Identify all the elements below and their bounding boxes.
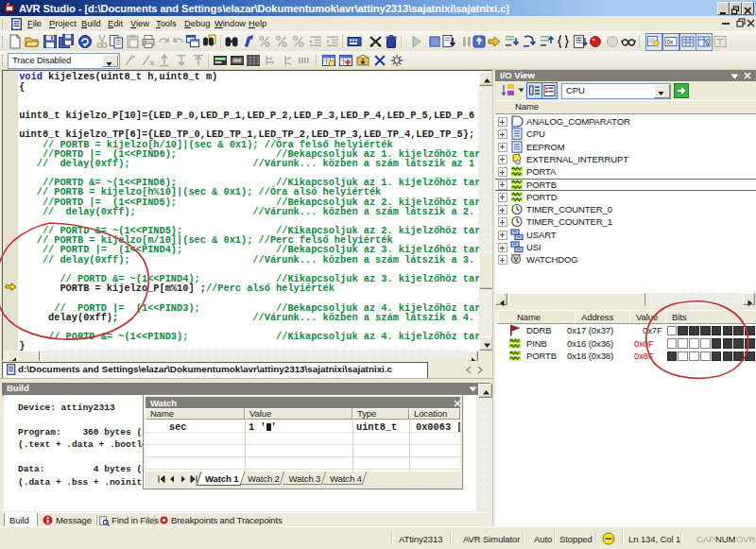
svg-text:0x: 0x [667,39,675,45]
